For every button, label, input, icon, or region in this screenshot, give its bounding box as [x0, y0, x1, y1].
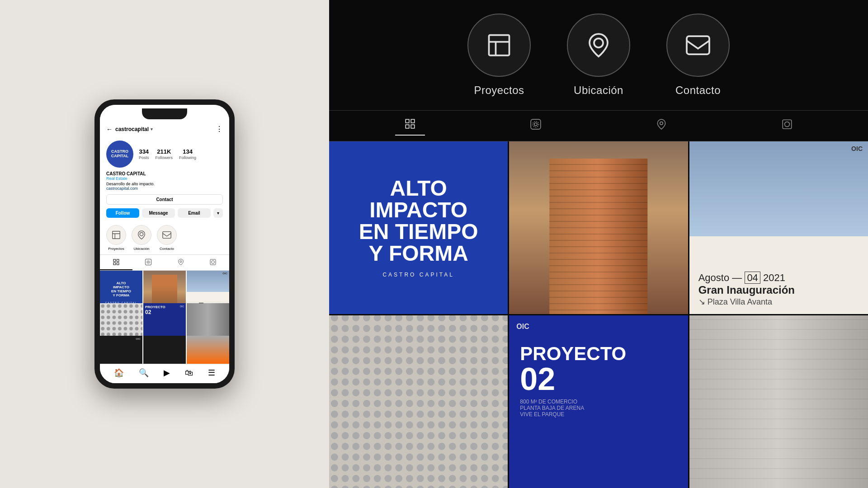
cg-ann-subtitle: ↘ Plaza Villa Avanta	[698, 297, 859, 307]
ig-action-buttons: Follow Message Email ▾	[100, 208, 229, 221]
highlight-ubicacion-label: Ubicación	[133, 247, 149, 251]
phone-screen: ← castrocapital ▾ ⋮ CASTRO CAPITAL 334 P…	[100, 105, 229, 383]
svg-point-25	[660, 122, 663, 125]
svg-rect-26	[783, 120, 792, 129]
cg-proj-details: 800 M² DE COMERCIOPLANTA BAJA DE ARENAVI…	[520, 399, 677, 418]
email-button[interactable]: Email	[178, 208, 211, 218]
highlight-large-proyectos-circle	[467, 14, 531, 77]
phone-notch	[142, 108, 187, 119]
svg-rect-4	[117, 259, 119, 262]
svg-rect-21	[411, 125, 415, 128]
following-label: Following	[179, 155, 196, 160]
followers-label: Followers	[156, 155, 173, 160]
ig-profile-section: CASTRO CAPITAL 334 Posts 211K Followers …	[100, 137, 229, 191]
grid-item-7[interactable]: OIC	[100, 336, 142, 364]
ig-header-left: ← castrocapital ▾	[106, 126, 153, 133]
cg-building-tower	[549, 159, 647, 314]
content-grid: ALTOIMPACTOEN TIEMPOY FORMA CASTRO CAPIT…	[329, 141, 868, 488]
grid-logo-3: OIC	[222, 272, 227, 275]
svg-point-27	[785, 122, 790, 127]
nav-menu-icon[interactable]: ☰	[208, 368, 215, 378]
nav-search-icon[interactable]: 🔍	[139, 368, 149, 378]
follow-button[interactable]: Follow	[106, 208, 139, 218]
svg-rect-17	[687, 36, 709, 54]
svg-rect-6	[117, 263, 119, 265]
dropdown-arrow-icon[interactable]: ▾	[151, 127, 153, 131]
svg-rect-0	[113, 231, 120, 239]
posts-count: 334	[139, 148, 149, 155]
left-panel: ← castrocapital ▾ ⋮ CASTRO CAPITAL 334 P…	[0, 0, 329, 488]
ig-highlights: Proyectos Ubicación	[100, 221, 229, 254]
grid-item-9[interactable]	[187, 336, 229, 364]
profile-username: castrocapital	[115, 126, 149, 132]
highlight-proyectos-label: Proyectos	[108, 247, 124, 251]
cg-item-building[interactable]	[509, 141, 688, 314]
highlight-large-proyectos[interactable]: Proyectos	[467, 14, 531, 97]
nav-shop-icon[interactable]: 🛍	[185, 368, 193, 378]
ig-tabs	[100, 254, 229, 271]
svg-point-1	[140, 233, 143, 236]
svg-rect-29	[329, 315, 508, 488]
tab-large-grid[interactable]	[395, 116, 425, 136]
ig-stat-followers: 211K Followers	[156, 148, 173, 160]
cg-ann-title: Gran Inauguración	[698, 284, 859, 297]
posts-label: Posts	[139, 155, 149, 160]
more-options-icon[interactable]: ⋮	[216, 125, 223, 133]
cg-ann-content: Agosto — 04 2021 Gran Inauguración ↘ Pla…	[689, 265, 868, 314]
cg-item-blue-text[interactable]: ALTOIMPACTOEN TIEMPOY FORMA CASTRO CAPIT…	[329, 141, 508, 314]
ig-bio-name: CASTRO CAPITAL	[106, 171, 223, 176]
cg-item-proyecto[interactable]: OIC PROYECTO 02 800 M² DE COMERCIOPLANTA…	[509, 315, 688, 488]
tab-location[interactable]	[165, 255, 197, 270]
ig-bottom-nav: 🏠 🔍 ▶ 🛍 ☰	[100, 364, 229, 383]
message-button[interactable]: Message	[142, 208, 175, 218]
svg-rect-20	[406, 125, 409, 128]
tab-large-reels[interactable]	[521, 117, 551, 135]
grid-item-8[interactable]	[143, 336, 186, 364]
svg-rect-22	[531, 119, 541, 129]
ig-bio-link[interactable]: castrocapital.com	[106, 186, 223, 191]
highlight-large-contacto[interactable]: Contacto	[666, 14, 730, 97]
cg-item-arch[interactable]	[689, 315, 868, 488]
grid-proj-num: 02	[145, 309, 184, 315]
ig-bio-text: Desarrollo de alto impacto.	[106, 182, 223, 186]
highlight-ubicacion[interactable]: Ubicación	[132, 225, 151, 251]
ig-grid: ALTOIMPACTOEN TIEMPOY FORMA CASTRO CAPIT…	[100, 271, 229, 364]
svg-rect-11	[210, 259, 216, 265]
cg-item-pattern[interactable]	[329, 315, 508, 488]
cg-ann-logo: OIC	[851, 145, 863, 152]
back-arrow-icon[interactable]: ←	[106, 126, 113, 133]
cg-proj-num: 02	[520, 363, 677, 395]
tab-large-tag[interactable]	[772, 117, 802, 135]
nav-home-icon[interactable]: 🏠	[114, 368, 124, 378]
highlight-contacto-circle	[157, 225, 177, 245]
highlight-contacto-label: Contacto	[160, 247, 174, 251]
svg-rect-18	[406, 119, 409, 123]
contact-button[interactable]: Contact	[106, 194, 223, 205]
svg-point-24	[533, 122, 539, 127]
cg-proj-logo: OIC	[516, 323, 529, 331]
svg-rect-15	[489, 35, 509, 56]
highlights-row: Proyectos Ubicación Contacto	[329, 0, 868, 110]
ig-stats: 334 Posts 211K Followers 134 Following	[139, 148, 223, 160]
more-button[interactable]: ▾	[213, 208, 223, 218]
ig-bio-category: Real Estate	[106, 176, 223, 181]
highlight-proyectos-circle	[106, 225, 126, 245]
svg-point-16	[594, 38, 603, 47]
highlight-large-ubicacion[interactable]: Ubicación	[567, 14, 630, 97]
tab-reels[interactable]	[132, 255, 165, 270]
tabs-row	[329, 110, 868, 141]
svg-rect-7	[146, 259, 151, 265]
highlight-proyectos[interactable]: Proyectos	[106, 225, 126, 251]
svg-rect-19	[411, 119, 415, 123]
tab-large-location[interactable]	[646, 117, 676, 135]
highlight-contacto[interactable]: Contacto	[157, 225, 177, 251]
tab-grid[interactable]	[100, 255, 132, 270]
svg-point-8	[147, 261, 149, 263]
nav-reels-icon[interactable]: ▶	[164, 368, 170, 378]
highlight-large-ubicacion-circle	[567, 14, 630, 77]
svg-rect-3	[113, 259, 116, 262]
highlight-large-proyectos-label: Proyectos	[474, 84, 524, 97]
highlight-large-contacto-label: Contacto	[675, 84, 721, 97]
tab-tag[interactable]	[197, 255, 230, 270]
cg-item-announcement[interactable]: OIC Agosto — 04 2021 Gran Inauguración ↘…	[689, 141, 868, 314]
